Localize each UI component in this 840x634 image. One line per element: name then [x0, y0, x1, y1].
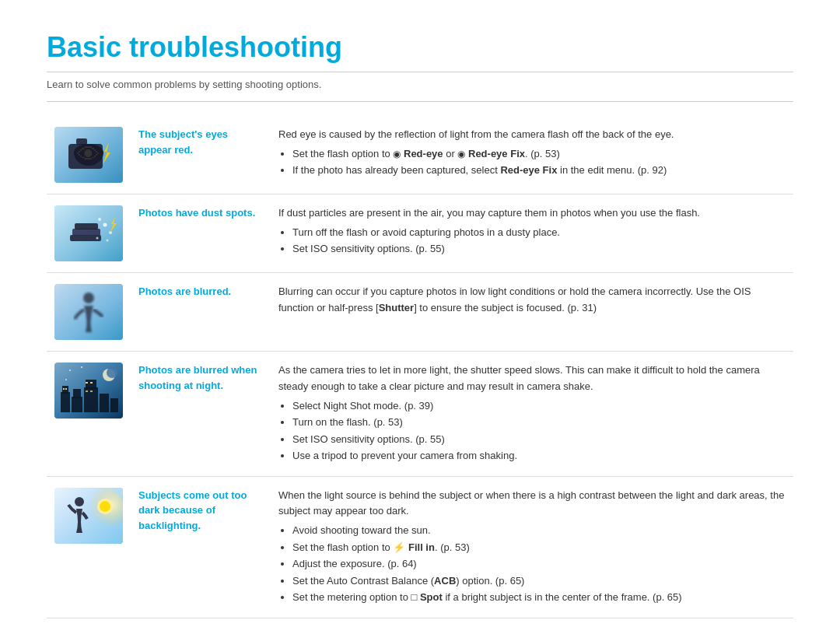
icon-cell-dust — [47, 194, 131, 273]
svg-rect-26 — [100, 394, 109, 412]
svg-rect-31 — [90, 382, 93, 384]
svg-point-37 — [81, 366, 82, 368]
problem-label-red-eye: The subject's eyes appear red. — [138, 128, 228, 156]
table-row: The subject's eyes appear red. Red eye i… — [47, 116, 793, 194]
svg-rect-20 — [61, 392, 70, 412]
list-item: Set ISO sensitivity options. (p. 55) — [292, 432, 786, 447]
troubleshoot-table: The subject's eyes appear red. Red eye i… — [47, 116, 793, 618]
svg-rect-22 — [72, 397, 82, 412]
label-cell-blur: Photos are blurred. — [131, 273, 271, 352]
svg-point-38 — [65, 379, 67, 380]
desc-text-blur: Blurring can occur if you capture photos… — [278, 285, 751, 313]
list-item: Avoid shooting toward the sun. — [292, 523, 786, 538]
label-cell-red-eye: The subject's eyes appear red. — [131, 116, 271, 194]
list-item: Turn off the flash or avoid capturing ph… — [292, 225, 786, 240]
icon-cell-red-eye — [47, 116, 131, 194]
problem-label-backlight: Subjects come out too dark because of ba… — [138, 489, 247, 531]
desc-cell-dust: If dust particles are present in the air… — [271, 194, 793, 273]
list-item: Set ISO sensitivity options. (p. 55) — [292, 241, 786, 257]
desc-cell-night: As the camera tries to let in more light… — [271, 352, 793, 477]
svg-rect-32 — [86, 391, 88, 392]
bullet-list-dust: Turn off the flash or avoid capturing ph… — [278, 225, 786, 257]
svg-point-35 — [107, 367, 117, 378]
list-item: Select Night Shot mode. (p. 39) — [292, 398, 786, 414]
dust-svg — [54, 205, 123, 261]
svg-point-3 — [78, 151, 93, 162]
red-eye-icon — [54, 127, 123, 183]
problem-label-night: Photos are blurred when shooting at nigh… — [138, 364, 257, 391]
svg-rect-0 — [54, 127, 123, 183]
night-svg — [54, 363, 123, 419]
svg-point-15 — [96, 237, 99, 240]
svg-point-5 — [84, 155, 87, 158]
svg-point-11 — [103, 223, 107, 227]
svg-point-43 — [75, 497, 84, 506]
svg-point-13 — [98, 218, 101, 221]
bullet-list-night: Select Night Shot mode. (p. 39) Turn on … — [278, 398, 786, 464]
list-item: If the photo has already been captured, … — [292, 163, 786, 178]
problem-label-dust: Photos have dust spots. — [138, 207, 255, 219]
svg-rect-10 — [75, 223, 98, 229]
label-cell-backlight: Subjects come out too dark because of ba… — [131, 476, 271, 618]
icon-cell-blur — [47, 273, 131, 352]
svg-point-14 — [107, 240, 109, 242]
problem-label-blur: Photos are blurred. — [138, 285, 231, 297]
bullet-list-red-eye: Set the flash option to ◉ Red-eye or ◉ R… — [278, 146, 786, 178]
desc-text-dust: If dust particles are present in the air… — [278, 207, 700, 219]
svg-rect-25 — [86, 380, 96, 389]
table-row: Photos have dust spots. If dust particle… — [47, 194, 793, 273]
svg-point-18 — [83, 292, 94, 303]
bullet-list-backlight: Avoid shooting toward the sun. Set the f… — [278, 523, 786, 605]
table-row: Photos are blurred. Blurring can occur i… — [47, 273, 793, 352]
svg-point-4 — [82, 152, 89, 160]
red-eye-svg — [54, 127, 123, 183]
desc-cell-backlight: When the light source is behind the subj… — [271, 476, 793, 618]
svg-rect-30 — [86, 382, 88, 384]
svg-rect-28 — [63, 388, 65, 390]
list-item: Use a tripod to prevent your camera from… — [292, 448, 786, 464]
svg-rect-33 — [90, 391, 93, 392]
svg-rect-29 — [65, 388, 67, 390]
svg-rect-27 — [110, 398, 118, 412]
table-row: Photos are blurred when shooting at nigh… — [47, 352, 793, 477]
icon-cell-night — [47, 352, 131, 477]
night-icon — [54, 363, 123, 419]
list-item: Turn on the flash. (p. 53) — [292, 415, 786, 430]
backlight-icon — [54, 488, 123, 544]
page-title: Basic troubleshooting — [47, 31, 793, 72]
table-row: Subjects come out too dark because of ba… — [47, 476, 793, 618]
desc-cell-red-eye: Red eye is caused by the reflection of l… — [271, 116, 793, 194]
label-cell-night: Photos are blurred when shooting at nigh… — [131, 352, 271, 477]
desc-text-backlight: When the light source is behind the subj… — [278, 489, 784, 517]
icon-cell-backlight — [47, 476, 131, 618]
svg-rect-23 — [73, 389, 81, 398]
list-item: Set the flash option to ◉ Red-eye or ◉ R… — [292, 146, 786, 162]
desc-text-night: As the camera tries to let in more light… — [278, 364, 760, 392]
dust-icon — [54, 205, 123, 261]
label-cell-dust: Photos have dust spots. — [131, 194, 271, 273]
svg-rect-2 — [76, 138, 87, 145]
svg-rect-1 — [68, 144, 103, 169]
backlight-svg — [54, 488, 123, 544]
svg-rect-9 — [72, 229, 100, 236]
blur-svg — [54, 284, 123, 340]
desc-cell-blur: Blurring can occur if you capture photos… — [271, 273, 793, 352]
svg-point-42 — [100, 501, 110, 512]
desc-text-red-eye: Red eye is caused by the reflection of l… — [278, 128, 674, 140]
list-item: Set the Auto Contrast Balance (ACB) opti… — [292, 573, 786, 589]
page-subtitle: Learn to solve common problems by settin… — [47, 79, 793, 102]
list-item: Adjust the exposure. (p. 64) — [292, 556, 786, 572]
list-item: Set the flash option to ⚡ Fill in. (p. 5… — [292, 540, 786, 555]
svg-point-36 — [69, 370, 71, 371]
list-item: Set the metering option to □ Spot if a b… — [292, 590, 786, 605]
blur-icon — [54, 284, 123, 340]
